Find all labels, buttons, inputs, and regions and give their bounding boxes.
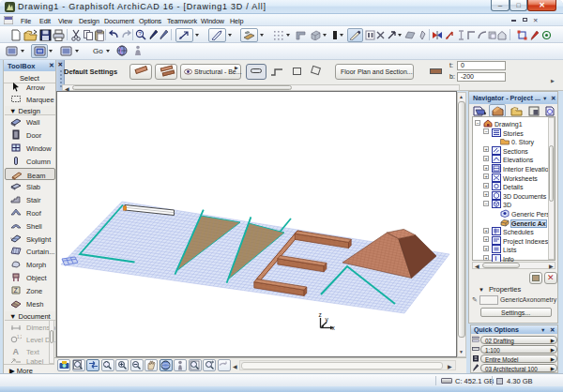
svg-text:y: y bbox=[326, 316, 329, 324]
svg-text:Z: Z bbox=[14, 287, 19, 294]
svg-text:A: A bbox=[13, 347, 20, 356]
svg-text:1,2: 1,2 bbox=[17, 335, 22, 339]
svg-text:i: i bbox=[495, 255, 497, 262]
svg-text:z: z bbox=[319, 311, 322, 318]
svg-text:x: x bbox=[332, 324, 336, 331]
